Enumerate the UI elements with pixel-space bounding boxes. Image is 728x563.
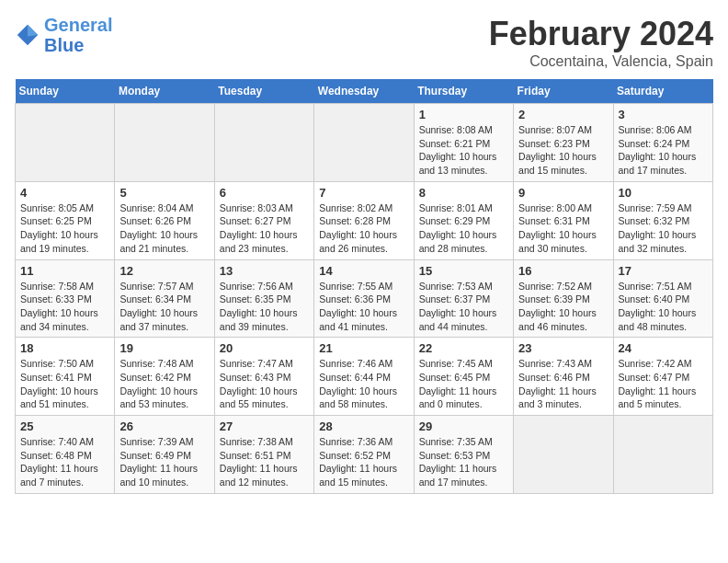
calendar-week-row: 4Sunrise: 8:05 AMSunset: 6:25 PMDaylight… [16,181,713,259]
calendar-cell: 26Sunrise: 7:39 AMSunset: 6:49 PMDayligh… [115,416,214,494]
day-info: Sunrise: 7:48 AMSunset: 6:42 PMDaylight:… [119,357,209,411]
calendar-week-row: 25Sunrise: 7:40 AMSunset: 6:48 PMDayligh… [16,416,713,494]
day-info: Sunrise: 8:06 AMSunset: 6:24 PMDaylight:… [619,123,708,178]
day-number: 3 [619,108,708,121]
day-number: 29 [419,419,508,433]
calendar-cell: 27Sunrise: 7:38 AMSunset: 6:51 PMDayligh… [214,416,313,494]
day-info: Sunrise: 7:50 AMSunset: 6:41 PMDaylight:… [20,357,109,411]
calendar-cell: 3Sunrise: 8:06 AMSunset: 6:24 PMDaylight… [613,104,712,182]
day-info: Sunrise: 7:59 AMSunset: 6:32 PMDaylight:… [619,201,708,256]
day-info: Sunrise: 7:42 AMSunset: 6:47 PMDaylight:… [619,357,708,411]
day-number: 13 [220,264,309,278]
day-info: Sunrise: 8:02 AMSunset: 6:28 PMDaylight:… [319,201,408,256]
logo-text: General Blue [44,15,112,55]
day-number: 25 [20,419,109,433]
day-info: Sunrise: 8:04 AMSunset: 6:26 PMDaylight:… [119,201,209,256]
calendar-cell: 17Sunrise: 7:51 AMSunset: 6:40 PMDayligh… [613,259,712,338]
day-info: Sunrise: 7:53 AMSunset: 6:37 PMDaylight:… [419,280,508,334]
calendar-cell: 1Sunrise: 8:08 AMSunset: 6:21 PMDaylight… [414,104,513,182]
day-number: 16 [518,264,608,278]
calendar-cell: 2Sunrise: 8:07 AMSunset: 6:23 PMDaylight… [514,104,613,182]
day-number: 7 [319,186,408,200]
calendar-cell: 11Sunrise: 7:58 AMSunset: 6:33 PMDayligh… [16,259,115,338]
day-info: Sunrise: 7:47 AMSunset: 6:43 PMDaylight:… [220,357,309,411]
day-number: 9 [518,186,608,200]
day-number: 26 [119,419,209,433]
day-number: 21 [319,341,408,355]
day-number: 22 [419,341,508,355]
day-info: Sunrise: 7:51 AMSunset: 6:40 PMDaylight:… [619,280,708,334]
calendar-table: SundayMondayTuesdayWednesdayThursdayFrid… [15,79,713,494]
day-info: Sunrise: 7:35 AMSunset: 6:53 PMDaylight:… [419,435,508,489]
calendar-week-row: 11Sunrise: 7:58 AMSunset: 6:33 PMDayligh… [16,259,713,338]
calendar-cell: 15Sunrise: 7:53 AMSunset: 6:37 PMDayligh… [414,259,513,338]
day-number: 10 [619,186,708,200]
day-number: 14 [319,264,408,278]
calendar-week-row: 1Sunrise: 8:08 AMSunset: 6:21 PMDaylight… [16,104,713,182]
calendar-cell: 25Sunrise: 7:40 AMSunset: 6:48 PMDayligh… [16,416,115,494]
weekday-header-monday: Monday [115,79,214,104]
day-info: Sunrise: 7:58 AMSunset: 6:33 PMDaylight:… [20,280,109,334]
day-info: Sunrise: 7:56 AMSunset: 6:35 PMDaylight:… [220,280,309,334]
day-number: 27 [220,419,309,433]
calendar-cell [613,416,712,494]
day-info: Sunrise: 8:05 AMSunset: 6:25 PMDaylight:… [20,201,109,256]
calendar-cell: 21Sunrise: 7:46 AMSunset: 6:44 PMDayligh… [314,338,414,416]
day-number: 19 [119,341,209,355]
day-number: 17 [619,264,708,278]
logo-icon [15,22,40,48]
day-info: Sunrise: 8:00 AMSunset: 6:31 PMDaylight:… [518,201,608,256]
svg-marker-1 [28,25,38,37]
day-number: 18 [20,341,109,355]
day-number: 20 [220,341,309,355]
calendar-cell: 16Sunrise: 7:52 AMSunset: 6:39 PMDayligh… [514,259,613,338]
weekday-header-row: SundayMondayTuesdayWednesdayThursdayFrid… [16,79,713,104]
calendar-cell: 9Sunrise: 8:00 AMSunset: 6:31 PMDaylight… [514,181,613,259]
day-info: Sunrise: 7:43 AMSunset: 6:46 PMDaylight:… [518,357,608,411]
day-number: 8 [419,186,508,200]
calendar-cell [214,104,313,182]
weekday-header-tuesday: Tuesday [214,79,313,104]
calendar-cell: 22Sunrise: 7:45 AMSunset: 6:45 PMDayligh… [414,338,513,416]
calendar-cell: 20Sunrise: 7:47 AMSunset: 6:43 PMDayligh… [214,338,313,416]
weekday-header-wednesday: Wednesday [314,79,414,104]
day-number: 24 [619,341,708,355]
day-info: Sunrise: 8:07 AMSunset: 6:23 PMDaylight:… [518,123,608,178]
calendar-cell [16,104,115,182]
calendar-cell: 14Sunrise: 7:55 AMSunset: 6:36 PMDayligh… [314,259,414,338]
day-number: 11 [20,264,109,278]
day-info: Sunrise: 8:03 AMSunset: 6:27 PMDaylight:… [220,201,309,256]
title-section: February 2024 Cocentaina, Valencia, Spai… [489,15,713,70]
calendar-cell: 8Sunrise: 8:01 AMSunset: 6:29 PMDaylight… [414,181,513,259]
calendar-cell: 29Sunrise: 7:35 AMSunset: 6:53 PMDayligh… [414,416,513,494]
day-number: 1 [419,108,508,121]
calendar-cell: 10Sunrise: 7:59 AMSunset: 6:32 PMDayligh… [613,181,712,259]
day-number: 28 [319,419,408,433]
weekday-header-saturday: Saturday [613,79,712,104]
day-number: 12 [119,264,209,278]
calendar-cell: 6Sunrise: 8:03 AMSunset: 6:27 PMDaylight… [214,181,313,259]
day-info: Sunrise: 7:46 AMSunset: 6:44 PMDaylight:… [319,357,408,411]
logo: General Blue [15,15,112,55]
day-info: Sunrise: 7:39 AMSunset: 6:49 PMDaylight:… [119,435,209,489]
day-info: Sunrise: 7:55 AMSunset: 6:36 PMDaylight:… [319,280,408,334]
weekday-header-thursday: Thursday [414,79,513,104]
day-info: Sunrise: 7:36 AMSunset: 6:52 PMDaylight:… [319,435,408,489]
day-info: Sunrise: 8:08 AMSunset: 6:21 PMDaylight:… [419,123,508,178]
calendar-cell: 7Sunrise: 8:02 AMSunset: 6:28 PMDaylight… [314,181,414,259]
day-info: Sunrise: 7:40 AMSunset: 6:48 PMDaylight:… [20,435,109,489]
calendar-cell: 24Sunrise: 7:42 AMSunset: 6:47 PMDayligh… [613,338,712,416]
calendar-cell [115,104,214,182]
day-info: Sunrise: 7:57 AMSunset: 6:34 PMDaylight:… [119,280,209,334]
day-number: 2 [518,108,608,121]
day-number: 5 [119,186,209,200]
day-number: 15 [419,264,508,278]
calendar-cell: 28Sunrise: 7:36 AMSunset: 6:52 PMDayligh… [314,416,414,494]
calendar-cell: 19Sunrise: 7:48 AMSunset: 6:42 PMDayligh… [115,338,214,416]
day-number: 23 [518,341,608,355]
month-title: February 2024 [489,15,713,53]
calendar-cell: 4Sunrise: 8:05 AMSunset: 6:25 PMDaylight… [16,181,115,259]
calendar-cell: 5Sunrise: 8:04 AMSunset: 6:26 PMDaylight… [115,181,214,259]
weekday-header-friday: Friday [514,79,613,104]
calendar-week-row: 18Sunrise: 7:50 AMSunset: 6:41 PMDayligh… [16,338,713,416]
